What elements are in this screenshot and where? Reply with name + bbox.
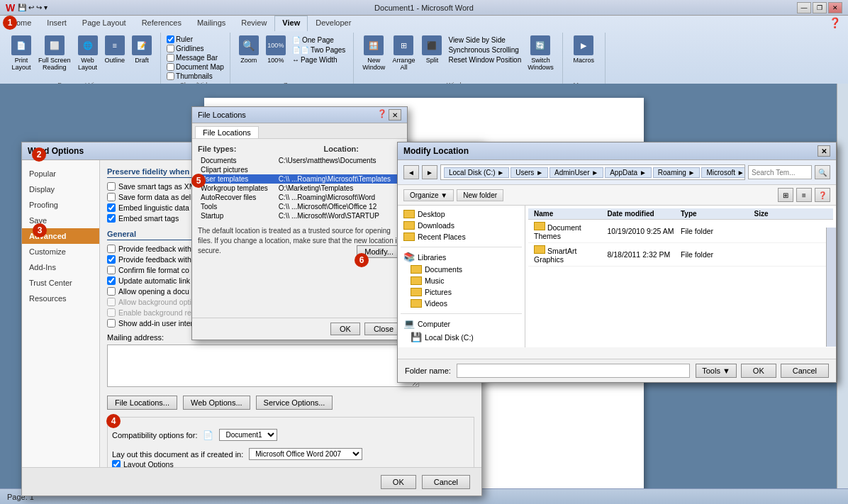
doc-map-checkbox-row[interactable]: Document Map <box>167 63 224 71</box>
linguistic-checkbox[interactable] <box>107 203 116 212</box>
nav-resources[interactable]: Resources <box>22 291 99 306</box>
fl-row-tools[interactable]: Tools C:\\ ...Microsoft\Office\Office 12 <box>198 202 401 211</box>
nav-popular[interactable]: Popular <box>22 166 99 181</box>
ml-tools-button[interactable]: Tools ▼ <box>696 364 737 378</box>
two-pages-button[interactable]: 📄📄 Two Pages <box>290 45 347 55</box>
fl-row-user-templates[interactable]: User templates C:\\ ...Roaming\Microsoft… <box>198 174 401 184</box>
web-options-button[interactable]: Web Options... <box>183 396 250 410</box>
compat-version-select[interactable]: Microsoft Office Word 2007 <box>249 448 362 460</box>
ml-item-desktop[interactable]: Desktop <box>401 208 522 220</box>
allow-opening-checkbox[interactable] <box>107 287 116 296</box>
thumbnails-checkbox-row[interactable]: Thumbnails <box>167 72 213 80</box>
ml-file-row-smartart[interactable]: SmartArt Graphics 8/18/2011 2:32 PM File… <box>528 243 833 267</box>
smart-tags-checkbox[interactable] <box>107 182 116 191</box>
ml-folder-name-input[interactable] <box>457 364 690 378</box>
reset-window-button[interactable]: Reset Window Position <box>446 55 523 65</box>
vertical-scrollbar[interactable] <box>837 84 848 488</box>
ml-path-microsoft[interactable]: Microsoft ► <box>701 167 745 178</box>
minimize-button[interactable]: — <box>797 2 811 13</box>
nav-display[interactable]: Display <box>22 181 99 197</box>
ml-cancel-button[interactable]: Cancel <box>781 364 829 378</box>
ml-ok-button[interactable]: OK <box>741 364 776 378</box>
zoom-100-button[interactable]: 100% 100% <box>263 34 289 65</box>
ml-item-pictures[interactable]: Pictures <box>401 286 522 298</box>
feedback2-checkbox[interactable] <box>107 255 116 264</box>
ml-item-downloads[interactable]: Downloads <box>401 220 522 231</box>
form-data-checkbox[interactable] <box>107 193 116 201</box>
ml-item-libraries[interactable]: 📚 Libraries <box>401 250 522 264</box>
ml-item-computer[interactable]: 💻 Computer <box>401 317 522 330</box>
fl-tab-file-locations[interactable]: File Locations <box>195 126 259 138</box>
feedback1-checkbox[interactable] <box>107 245 116 253</box>
full-screen-button[interactable]: ⬜ Full ScreenReading <box>35 34 74 72</box>
tab-review[interactable]: Review <box>233 16 274 31</box>
sync-scrolling-button[interactable]: Synchronous Scrolling <box>446 45 523 55</box>
tab-view[interactable]: View <box>274 16 308 31</box>
nav-customize[interactable]: Customize <box>22 244 99 259</box>
ruler-checkbox-row[interactable]: Ruler <box>167 35 193 43</box>
ruler-checkbox[interactable] <box>167 35 174 43</box>
tab-developer[interactable]: Developer <box>308 16 359 31</box>
tab-page-layout[interactable]: Page Layout <box>74 16 134 31</box>
ml-forward-btn[interactable]: ► <box>422 165 437 179</box>
ml-new-folder-btn[interactable]: New folder <box>457 189 503 201</box>
ml-view-icon1[interactable]: ⊞ <box>778 188 793 202</box>
file-locations-button[interactable]: File Locations... <box>107 396 177 410</box>
print-layout-button[interactable]: 📄 PrintLayout <box>9 34 34 72</box>
fl-row-startup[interactable]: Startup C:\\ ...Microsoft\Word\STARTUP <box>198 211 401 220</box>
auto-links-checkbox[interactable] <box>107 276 116 285</box>
ml-path-appdata[interactable]: AppData ► <box>605 167 652 178</box>
draft-button[interactable]: 📝 Draft <box>129 34 155 65</box>
ml-path-local-disk[interactable]: Local Disk (C:) ► <box>444 167 509 178</box>
arrange-all-button[interactable]: ⊞ ArrangeAll <box>389 34 418 72</box>
new-window-button[interactable]: 🪟 NewWindow <box>359 34 388 72</box>
ml-item-videos[interactable]: Videos <box>401 298 522 309</box>
ml-search-input[interactable] <box>748 165 812 179</box>
compat-document-select[interactable]: Document1 <box>219 429 277 441</box>
gridlines-checkbox[interactable] <box>167 45 174 52</box>
ml-scrollbar-v[interactable] <box>826 228 836 347</box>
gridlines-checkbox-row[interactable]: Gridlines <box>167 45 203 52</box>
message-bar-checkbox-row[interactable]: Message Bar <box>167 54 218 62</box>
fl-ok-button[interactable]: OK <box>330 323 360 335</box>
split-button[interactable]: ⬛ Split <box>419 34 445 65</box>
word-options-ok[interactable]: OK <box>381 475 416 489</box>
ml-close-btn[interactable]: ✕ <box>818 145 830 157</box>
fl-row-autorecover[interactable]: AutoRecover files C:\\ ...Roaming\Micros… <box>198 193 401 202</box>
ml-organize-btn[interactable]: Organize ▼ <box>403 189 454 201</box>
word-options-cancel[interactable]: Cancel <box>422 475 470 489</box>
tab-mailings[interactable]: Mailings <box>189 16 233 31</box>
web-layout-button[interactable]: 🌐 WebLayout <box>75 34 101 72</box>
nav-trust-center[interactable]: Trust Center <box>22 275 99 291</box>
confirm-format-checkbox[interactable] <box>107 266 116 274</box>
service-options-button[interactable]: Service Options... <box>256 396 333 410</box>
fl-row-workgroup-templates[interactable]: Workgroup templates O:\Marketing\Templat… <box>198 184 401 193</box>
nav-proofing[interactable]: Proofing <box>22 197 99 213</box>
thumbnails-checkbox[interactable] <box>167 72 174 80</box>
ml-path-admin[interactable]: AdminUser ► <box>549 167 603 178</box>
fl-help[interactable]: ❓ <box>377 109 387 121</box>
fl-row-clipart[interactable]: Clipart pictures <box>198 165 401 174</box>
view-side-by-side-button[interactable]: View Side by Side <box>446 35 523 45</box>
message-bar-checkbox[interactable] <box>167 54 174 62</box>
nav-add-ins[interactable]: Add-Ins <box>22 259 99 275</box>
embed-smart-tags-checkbox[interactable] <box>107 214 116 223</box>
fl-row-documents[interactable]: Documents C:\Users\matthews\Documents <box>198 156 401 165</box>
close-button[interactable]: ✕ <box>828 2 842 13</box>
switch-windows-button[interactable]: 🔄 SwitchWindows <box>525 34 557 72</box>
ml-path-users[interactable]: Users ► <box>511 167 548 178</box>
ml-item-music[interactable]: Music <box>401 275 522 286</box>
outline-button[interactable]: ≡ Outline <box>102 34 128 65</box>
ml-item-documents[interactable]: Documents <box>401 264 522 275</box>
macros-button[interactable]: ▶ Macros <box>570 34 597 65</box>
help-button[interactable]: ❓ <box>829 17 841 28</box>
background-opt-checkbox[interactable] <box>107 298 116 306</box>
tab-references[interactable]: References <box>134 16 189 31</box>
doc-map-checkbox[interactable] <box>167 63 174 71</box>
ml-file-row-doc-themes[interactable]: Document Themes 10/19/2010 9:25 AM File … <box>528 220 833 243</box>
ml-search-btn[interactable]: 🔍 <box>815 165 830 179</box>
bg-repag-checkbox[interactable] <box>107 308 116 317</box>
fl-close-btn[interactable]: ✕ <box>389 109 401 121</box>
zoom-button[interactable]: 🔍 Zoom <box>236 34 262 65</box>
restore-button[interactable]: ❐ <box>813 2 827 13</box>
